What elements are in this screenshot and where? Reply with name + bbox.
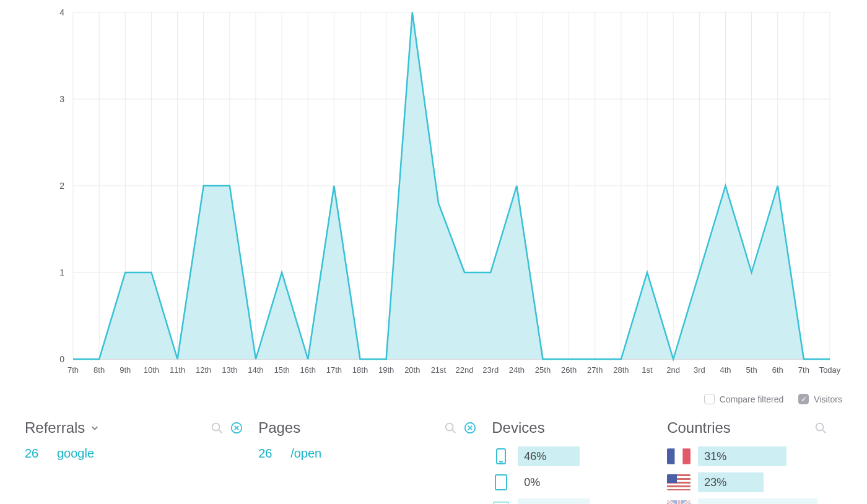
device-percent: 54% <box>524 502 546 505</box>
svg-text:21st: 21st <box>431 365 447 375</box>
svg-text:4th: 4th <box>720 365 731 375</box>
svg-text:24th: 24th <box>509 365 525 375</box>
device-bar: 54% <box>518 498 652 504</box>
svg-text:12th: 12th <box>196 365 211 375</box>
flag-gb-icon <box>667 500 691 504</box>
svg-text:10th: 10th <box>144 365 159 375</box>
svg-point-76 <box>446 424 453 431</box>
svg-text:26th: 26th <box>561 365 577 375</box>
page-value: 26 <box>258 446 278 461</box>
svg-line-77 <box>452 430 455 433</box>
svg-rect-94 <box>667 485 691 487</box>
chevron-down-icon <box>89 422 101 434</box>
page-label: /open <box>290 446 321 461</box>
tablet-icon <box>492 474 510 491</box>
svg-text:13th: 13th <box>222 365 237 375</box>
country-row-us[interactable]: 23% <box>667 472 827 492</box>
mobile-icon <box>492 448 510 465</box>
svg-text:15th: 15th <box>274 365 289 375</box>
svg-text:17th: 17th <box>326 365 342 375</box>
svg-text:18th: 18th <box>352 365 368 375</box>
stats-panels: Referrals 26 google Pages <box>0 404 867 504</box>
page-item[interactable]: 26 /open <box>258 446 477 461</box>
countries-title: Countries <box>667 419 731 437</box>
referral-value: 26 <box>25 446 45 461</box>
svg-rect-96 <box>667 474 677 483</box>
compare-label: Compare filtered <box>720 394 784 404</box>
svg-text:3rd: 3rd <box>694 365 705 375</box>
search-icon[interactable] <box>814 421 827 435</box>
svg-rect-83 <box>495 475 507 490</box>
svg-text:11th: 11th <box>170 365 185 375</box>
clear-filter-icon[interactable] <box>463 421 477 435</box>
devices-panel: Devices 46% 0% 54% <box>492 419 667 504</box>
svg-point-71 <box>212 424 220 431</box>
country-percent: 31% <box>704 450 726 463</box>
svg-rect-89 <box>682 448 691 464</box>
country-row-gb[interactable]: 42% <box>667 498 827 504</box>
country-percent: 23% <box>704 476 726 489</box>
visitors-toggle[interactable]: Visitors <box>798 394 842 404</box>
device-percent: 0% <box>524 476 540 489</box>
svg-text:20th: 20th <box>404 365 420 375</box>
svg-rect-95 <box>667 489 691 490</box>
visitors-chart: 012347th8th9th10th11th12th13th14th15th16… <box>0 0 867 384</box>
svg-text:16th: 16th <box>300 365 316 375</box>
svg-rect-87 <box>667 448 675 464</box>
referral-label: google <box>57 446 94 461</box>
svg-text:6th: 6th <box>772 365 783 375</box>
svg-text:19th: 19th <box>378 365 394 375</box>
svg-text:2: 2 <box>59 181 64 191</box>
country-bar: 31% <box>698 446 827 466</box>
svg-text:2nd: 2nd <box>666 365 680 375</box>
svg-line-86 <box>822 430 826 433</box>
device-row-tablet[interactable]: 0% <box>492 472 652 492</box>
svg-text:9th: 9th <box>120 365 131 375</box>
chart-svg: 012347th8th9th10th11th12th13th14th15th16… <box>25 6 842 384</box>
svg-text:25th: 25th <box>535 365 551 375</box>
country-row-fr[interactable]: 31% <box>667 446 827 466</box>
country-percent: 42% <box>704 502 726 505</box>
device-bar: 46% <box>518 446 652 466</box>
svg-text:Today: Today <box>819 365 841 375</box>
search-icon[interactable] <box>210 421 224 435</box>
country-bar: 23% <box>698 472 827 492</box>
svg-text:4: 4 <box>59 7 64 17</box>
svg-text:8th: 8th <box>94 365 105 375</box>
svg-text:22nd: 22nd <box>456 365 474 375</box>
referral-item[interactable]: 26 google <box>25 446 243 461</box>
device-percent: 46% <box>524 450 546 463</box>
svg-text:3: 3 <box>59 94 64 104</box>
svg-rect-88 <box>675 448 683 464</box>
desktop-icon <box>492 501 510 504</box>
svg-text:0: 0 <box>59 354 64 364</box>
svg-text:27th: 27th <box>587 365 603 375</box>
device-row-mobile[interactable]: 46% <box>492 446 652 466</box>
countries-panel: Countries 31% 23% <box>667 419 842 504</box>
compare-filtered-toggle[interactable]: Compare filtered <box>704 394 784 404</box>
search-icon[interactable] <box>443 421 457 435</box>
svg-text:14th: 14th <box>248 365 263 375</box>
device-row-desktop[interactable]: 54% <box>492 498 652 504</box>
svg-text:28th: 28th <box>613 365 629 375</box>
device-bar: 0% <box>518 472 652 492</box>
svg-text:1st: 1st <box>642 365 653 375</box>
chart-legend: Compare filtered Visitors <box>0 384 867 404</box>
referrals-dropdown[interactable]: Referrals <box>25 419 101 437</box>
visitors-label: Visitors <box>814 394 842 404</box>
clear-filter-icon[interactable] <box>230 421 243 435</box>
svg-text:5th: 5th <box>746 365 757 375</box>
pages-panel: Pages 26 /open <box>258 419 492 504</box>
referrals-panel: Referrals 26 google <box>25 419 258 504</box>
country-bar: 42% <box>698 498 827 504</box>
svg-text:1: 1 <box>59 267 64 277</box>
svg-rect-100 <box>677 500 680 504</box>
svg-point-85 <box>816 424 824 431</box>
pages-title: Pages <box>258 419 300 437</box>
svg-line-72 <box>219 430 222 433</box>
svg-text:23rd: 23rd <box>482 365 499 375</box>
svg-text:7th: 7th <box>798 365 809 375</box>
flag-us-icon <box>667 474 691 490</box>
devices-title: Devices <box>492 419 544 437</box>
svg-text:7th: 7th <box>68 365 79 375</box>
